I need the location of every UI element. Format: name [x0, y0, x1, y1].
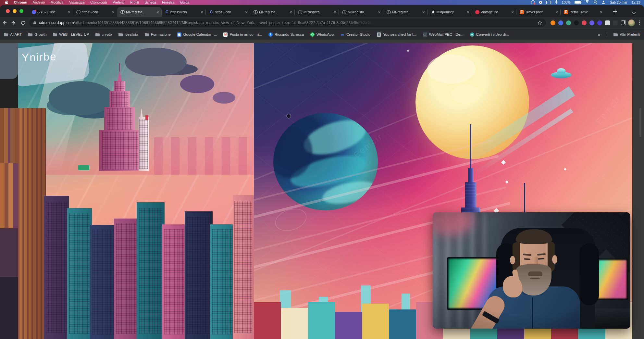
- menu-item[interactable]: Preferiti: [113, 0, 124, 4]
- grid-extension-icon[interactable]: [605, 20, 610, 25]
- bookmarks-overflow-chevron[interactable]: »: [598, 32, 600, 37]
- screen-record-icon[interactable]: [531, 0, 535, 4]
- close-window-button[interactable]: [6, 9, 10, 13]
- back-button[interactable]: [0, 18, 9, 27]
- browser-tab[interactable]: MRregista_: [383, 7, 428, 17]
- red-extension-icon[interactable]: [582, 20, 587, 25]
- menu-item[interactable]: Scheda: [145, 0, 156, 4]
- bookmark-item[interactable]: You searched for I...: [377, 32, 416, 37]
- tab-close-icon[interactable]: [378, 10, 381, 14]
- bookmark-item[interactable]: WhatsApp: [310, 32, 334, 37]
- browser-tab[interactable]: MRregista_: [250, 7, 295, 17]
- reddot-icon: [475, 10, 479, 14]
- tab-close-icon[interactable]: [466, 10, 470, 14]
- menu-item[interactable]: Cronologia: [90, 0, 107, 4]
- white-tower: [139, 117, 149, 171]
- cloud: [180, 75, 214, 93]
- bookmark-item[interactable]: WebMail PEC - De...: [423, 32, 464, 37]
- browser-tab[interactable]: MRregista_: [117, 7, 162, 17]
- green-extension-icon[interactable]: [566, 20, 571, 25]
- indigo-extension-icon[interactable]: [597, 20, 602, 25]
- bookmark-item[interactable]: M Posta in arrivo - ri...: [223, 32, 262, 37]
- tab-close-icon[interactable]: [200, 10, 204, 14]
- control-center-icon[interactable]: [601, 0, 605, 5]
- menu-item[interactable]: Finestra: [162, 0, 174, 4]
- browser-tab[interactable]: (2762) Disc: [29, 7, 73, 17]
- url-text: cdn.discordapp.com/attachments/101351233…: [39, 20, 375, 25]
- battery-percent: 100%: [562, 0, 571, 4]
- browser-tab[interactable]: MRregista_: [295, 7, 339, 17]
- stamp-extension-icon[interactable]: [613, 20, 618, 25]
- bookmark-item[interactable]: ∞ Creator Studio: [340, 32, 370, 37]
- spotlight-search-icon[interactable]: [594, 0, 597, 5]
- bookmark-item[interactable]: AI ART: [4, 32, 22, 37]
- menu-item[interactable]: Modifica: [51, 0, 63, 4]
- chrome-menu-icon[interactable]: [637, 20, 641, 26]
- tab-title: MRregista_: [259, 10, 288, 14]
- menu-item[interactable]: Guida: [180, 0, 189, 4]
- browser-tab[interactable]: C https://cdn: [162, 7, 206, 17]
- menu-item[interactable]: Profili: [130, 0, 139, 4]
- side-panel-icon[interactable]: [621, 20, 626, 25]
- browser-tab[interactable]: MRregista_: [339, 7, 383, 17]
- display-icon[interactable]: [546, 1, 551, 4]
- bookmark-item[interactable]: f Riccardo Scrocca: [268, 32, 304, 37]
- minimize-window-button[interactable]: [13, 9, 17, 13]
- other-bookmarks-folder[interactable]: Altri Preferiti: [613, 32, 640, 37]
- menu-item[interactable]: Archivio: [33, 0, 45, 4]
- menu-bar-clock[interactable]: 12:13: [632, 0, 640, 4]
- scrollbar-thumb[interactable]: [639, 108, 641, 137]
- bookmark-item[interactable]: crypto: [95, 32, 112, 37]
- menu-item[interactable]: Chrome: [14, 0, 27, 4]
- profile-avatar[interactable]: [628, 19, 635, 26]
- tab-close-icon[interactable]: [244, 10, 248, 14]
- facebook-icon: f: [268, 32, 273, 37]
- forward-button[interactable]: [9, 18, 18, 27]
- dark-extension-icon[interactable]: [574, 20, 579, 25]
- tab-search-chevron-icon[interactable]: [632, 11, 636, 14]
- bookmark-label: Creator Studio: [346, 32, 370, 36]
- metamask-extension-icon[interactable]: [551, 20, 555, 25]
- ssl-lock-icon[interactable]: [33, 21, 36, 25]
- green-sign: [78, 165, 90, 170]
- address-bar[interactable]: cdn.discordapp.com/attachments/101351233…: [29, 19, 546, 27]
- reload-button[interactable]: [18, 18, 27, 27]
- bookmark-star-icon[interactable]: [538, 20, 542, 25]
- bookmark-label: crypto: [102, 32, 112, 36]
- apple-menu-icon[interactable]: [5, 0, 8, 4]
- poster-left-retro-nyc[interactable]: Ynirbe: [18, 43, 254, 339]
- zoom-window-button[interactable]: [19, 9, 23, 13]
- tab-title: MRregista_: [392, 10, 421, 14]
- tab-close-icon[interactable]: [333, 10, 337, 14]
- browser-tab[interactable]: https://cdn: [73, 7, 118, 17]
- bookmark-item[interactable]: Converti i video di...: [470, 32, 509, 37]
- menu-bar-date[interactable]: Sab 25 mar: [610, 0, 627, 4]
- tab-close-icon[interactable]: [111, 10, 115, 14]
- bluetooth-icon[interactable]: [555, 0, 558, 5]
- tab-close-icon[interactable]: [156, 10, 160, 14]
- purple-extension-icon[interactable]: [589, 20, 594, 25]
- browser-tab[interactable]: Midjourney: [427, 7, 472, 17]
- status-app-icon[interactable]: [539, 1, 542, 4]
- tab-close-icon[interactable]: [511, 10, 514, 14]
- bookmark-item[interactable]: Growth: [28, 32, 46, 37]
- tab-close-icon[interactable]: [67, 10, 71, 14]
- tab-close-icon[interactable]: [599, 10, 603, 14]
- wifi-icon[interactable]: [585, 0, 589, 5]
- bookmark-item[interactable]: Formazione: [145, 32, 171, 37]
- bookmark-label: WebMail PEC - De...: [429, 32, 464, 36]
- bookmark-item[interactable]: Google Calendar -...: [177, 32, 217, 37]
- bookmark-item[interactable]: idealista: [118, 32, 138, 37]
- tab-close-icon[interactable]: [422, 10, 426, 14]
- browser-tab[interactable]: C https://cdn: [206, 7, 250, 17]
- tab-close-icon[interactable]: [555, 10, 559, 14]
- browser-tab[interactable]: E Travel post: [516, 7, 561, 17]
- bookmark-item[interactable]: WEB - LEVEL-UP: [53, 32, 89, 37]
- webcam-overlay: [433, 212, 630, 329]
- menu-item[interactable]: Visualizza: [69, 0, 84, 4]
- browser-tab[interactable]: E Retro Trave: [561, 7, 605, 17]
- tab-close-icon[interactable]: [289, 10, 293, 14]
- new-tab-button[interactable]: [612, 8, 619, 15]
- browser-tab[interactable]: Vintage Po: [472, 7, 516, 17]
- blue-extension-icon[interactable]: [558, 20, 563, 25]
